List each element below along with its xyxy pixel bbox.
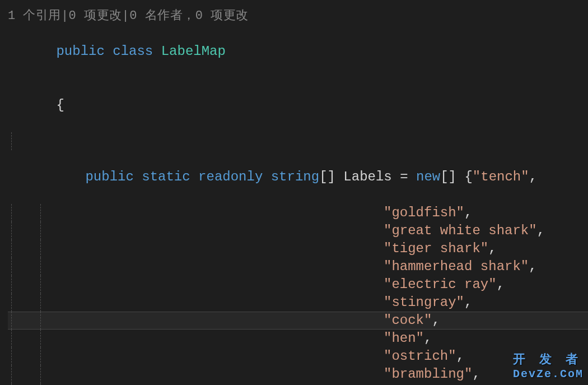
comma: , [529, 259, 536, 274]
indent-guide [40, 347, 41, 365]
comma: , [529, 169, 537, 184]
open-brace-line[interactable]: { [8, 78, 588, 132]
indent-guide [40, 312, 41, 330]
label-10: "brambling" [384, 367, 472, 382]
indent-guide [11, 330, 12, 347]
label-line[interactable]: "goldfish", [8, 204, 588, 222]
watermark: 开 发 者 DevZe.CoM [513, 351, 584, 381]
codelens-references[interactable]: 1 个引用 [8, 9, 61, 23]
label-line[interactable]: "hen", [8, 330, 588, 347]
label-7: "cock" [384, 313, 432, 328]
code-editor[interactable]: 1 个引用|0 项更改|0 名作者，0 项更改 public class Lab… [0, 0, 588, 385]
label-0: "tench" [473, 169, 529, 184]
indent-guide [11, 294, 12, 312]
codelens-comma: ， [183, 9, 195, 23]
label-5: "electric ray" [384, 277, 497, 292]
watermark-line1: 开 发 者 [513, 351, 584, 368]
brackets2: [] [440, 169, 456, 184]
current-line-highlight [8, 312, 588, 330]
indent-guide [11, 258, 12, 276]
indent-guide [11, 347, 12, 365]
indent-guide [11, 240, 12, 258]
indent-guide [11, 276, 12, 294]
keyword-new: new [416, 169, 440, 184]
indent-guide [11, 204, 12, 222]
label-line[interactable]: "ostrich", [8, 347, 588, 365]
keyword-readonly: readonly [198, 169, 263, 184]
codelens-info[interactable]: 1 个引用|0 项更改|0 名作者，0 项更改 [8, 7, 588, 24]
indent-guide [11, 312, 12, 330]
codelens-sep: | [61, 9, 69, 23]
label-line[interactable]: "stingray", [8, 294, 588, 312]
comma: , [456, 349, 464, 364]
label-8: "hen" [384, 331, 424, 346]
labels-list: "goldfish","great white shark","tiger sh… [8, 204, 588, 385]
indent-guide [40, 204, 41, 222]
comma: , [488, 241, 496, 256]
field-name: Labels [343, 169, 391, 184]
codelens-authors[interactable]: 0 名作者 [129, 9, 183, 23]
comma: , [497, 277, 505, 292]
comma: , [424, 331, 432, 346]
watermark-line2: DevZe.CoM [513, 368, 584, 381]
codelens-changes1[interactable]: 0 项更改 [69, 9, 122, 23]
indent-guide [40, 276, 41, 294]
comma: , [464, 205, 472, 220]
keyword-class: class [113, 44, 153, 59]
keyword-public: public [56, 44, 104, 59]
open-brace: { [56, 98, 64, 113]
label-line[interactable]: "hammerhead shark", [8, 258, 588, 276]
indent-guide [40, 330, 41, 347]
label-line[interactable]: "electric ray", [8, 276, 588, 294]
label-6: "stingray" [384, 295, 464, 310]
code-block[interactable]: public class LabelMap { public static re… [8, 25, 588, 385]
label-line[interactable]: "great white shark", [8, 222, 588, 240]
indent-guide [11, 365, 12, 383]
label-line[interactable]: "cock", [8, 312, 588, 330]
indent-guide [40, 365, 41, 383]
comma: , [472, 367, 480, 382]
keyword-public2: public [85, 169, 133, 184]
comma: , [464, 295, 472, 310]
class-declaration-line[interactable]: public class LabelMap [8, 25, 588, 78]
indent-guide [40, 294, 41, 312]
label-4: "hammerhead shark" [384, 259, 529, 274]
comma: , [537, 223, 545, 238]
keyword-static: static [142, 169, 190, 184]
codelens-sep2: | [122, 9, 130, 23]
indent-guide [40, 222, 41, 240]
label-1: "goldfish" [384, 205, 464, 220]
class-name: LabelMap [161, 44, 226, 59]
field-declaration-line[interactable]: public static readonly string[] Labels =… [8, 132, 588, 204]
label-2: "great white shark" [384, 223, 537, 238]
indent-guide [11, 222, 12, 240]
label-line[interactable]: "tiger shark", [8, 240, 588, 258]
indent-guide [40, 240, 41, 258]
label-3: "tiger shark" [384, 241, 488, 256]
array-open-brace: { [464, 169, 472, 184]
indent-guide [40, 258, 41, 276]
equals: = [400, 169, 408, 184]
type-string: string [271, 169, 319, 184]
label-line[interactable]: "brambling", [8, 365, 588, 383]
label-9: "ostrich" [384, 349, 456, 364]
brackets: [] [319, 169, 335, 184]
codelens-changes2[interactable]: 0 项更改 [195, 9, 249, 23]
comma: , [432, 313, 440, 328]
